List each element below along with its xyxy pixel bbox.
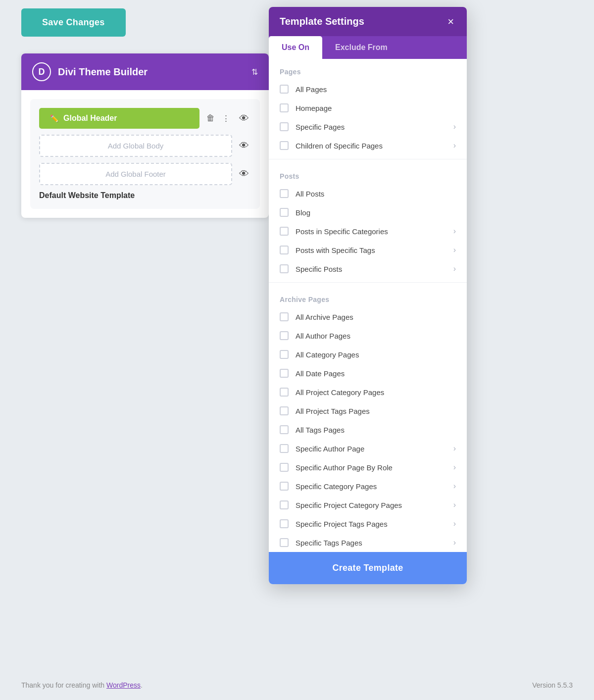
- option-all-category-pages[interactable]: All Category Pages: [269, 345, 467, 364]
- divi-logo: D: [32, 62, 51, 81]
- option-all-tags-pages[interactable]: All Tags Pages: [269, 420, 467, 439]
- option-all-pages[interactable]: All Pages: [269, 80, 467, 99]
- checkbox-all-project-tags-pages[interactable]: [280, 406, 289, 415]
- checkbox-all-date-pages[interactable]: [280, 369, 289, 378]
- save-changes-button[interactable]: Save Changes: [21, 8, 126, 37]
- option-posts-specific-categories[interactable]: Posts in Specific Categories ›: [269, 222, 467, 241]
- option-all-author-pages[interactable]: All Author Pages: [269, 326, 467, 345]
- option-all-posts[interactable]: All Posts: [269, 184, 467, 203]
- checkbox-specific-posts[interactable]: [280, 264, 289, 273]
- checkbox-all-pages[interactable]: [280, 85, 289, 94]
- add-global-body-placeholder: Add Global Body: [39, 135, 232, 157]
- add-global-footer-placeholder: Add Global Footer: [39, 163, 232, 185]
- create-template-button[interactable]: Create Template: [269, 552, 467, 584]
- add-global-footer-row: Add Global Footer 👁: [39, 163, 251, 185]
- chevron-right-icon: ›: [453, 141, 456, 150]
- delete-icon[interactable]: 🗑: [204, 111, 217, 126]
- checkbox-blog[interactable]: [280, 208, 289, 217]
- checkbox-children-specific-pages[interactable]: [280, 141, 289, 150]
- option-all-archive-pages[interactable]: All Archive Pages: [269, 307, 467, 326]
- checkbox-homepage[interactable]: [280, 103, 289, 112]
- option-specific-author-page[interactable]: Specific Author Page ›: [269, 439, 467, 458]
- chevron-right-icon: ›: [453, 463, 456, 472]
- chevron-right-icon: ›: [453, 264, 456, 273]
- visibility-toggle-header[interactable]: 👁: [237, 111, 251, 126]
- global-header-row: ✏️ Global Header 🗑 ⋮ 👁: [39, 108, 251, 129]
- chevron-right-icon: ›: [453, 519, 456, 528]
- theme-builder-panel: D Divi Theme Builder ⇅ ✏️ Global Header …: [21, 53, 269, 218]
- template-name: Default Website Template: [39, 191, 251, 200]
- option-homepage[interactable]: Homepage: [269, 99, 467, 117]
- wordpress-link[interactable]: WordPress: [106, 681, 141, 689]
- checkbox-all-posts[interactable]: [280, 189, 289, 198]
- modal-tabs: Use On Exclude From: [269, 36, 467, 59]
- modal-content[interactable]: Pages All Pages Homepage Specific Pages …: [269, 59, 467, 584]
- more-icon[interactable]: ⋮: [220, 111, 232, 126]
- sort-icon[interactable]: ⇅: [251, 67, 258, 77]
- checkbox-all-tags-pages[interactable]: [280, 425, 289, 434]
- option-specific-project-tags-pages[interactable]: Specific Project Tags Pages ›: [269, 514, 467, 533]
- checkbox-all-project-category-pages[interactable]: [280, 388, 289, 397]
- chevron-right-icon: ›: [453, 227, 456, 236]
- chevron-right-icon: ›: [453, 500, 456, 509]
- checkbox-specific-tags-pages[interactable]: [280, 538, 289, 547]
- visibility-toggle-body[interactable]: 👁: [237, 138, 251, 153]
- divider-pages-posts: [269, 159, 467, 159]
- version-text: Version 5.5.3: [532, 681, 573, 689]
- section-label-archive: Archive Pages: [269, 287, 467, 307]
- template-settings-modal: Template Settings × Use On Exclude From …: [269, 7, 467, 584]
- add-global-body-row: Add Global Body 👁: [39, 135, 251, 157]
- checkbox-all-category-pages[interactable]: [280, 350, 289, 359]
- checkbox-specific-project-tags-pages[interactable]: [280, 519, 289, 528]
- tab-use-on[interactable]: Use On: [269, 36, 322, 59]
- option-all-project-tags-pages[interactable]: All Project Tags Pages: [269, 401, 467, 420]
- option-all-project-category-pages[interactable]: All Project Category Pages: [269, 383, 467, 401]
- footer-text: Thank you for creating with WordPress.: [21, 681, 143, 689]
- option-specific-category-pages[interactable]: Specific Category Pages ›: [269, 477, 467, 496]
- checkbox-specific-author-page-by-role[interactable]: [280, 463, 289, 472]
- template-card: ✏️ Global Header 🗑 ⋮ 👁 Add Global Body 👁…: [30, 99, 260, 209]
- theme-builder-title: Divi Theme Builder: [58, 66, 245, 78]
- theme-builder-header: D Divi Theme Builder ⇅: [21, 53, 269, 90]
- option-specific-pages[interactable]: Specific Pages ›: [269, 117, 467, 136]
- option-posts-specific-tags[interactable]: Posts with Specific Tags ›: [269, 241, 467, 259]
- checkbox-posts-specific-categories[interactable]: [280, 227, 289, 236]
- divider-posts-archive: [269, 282, 467, 283]
- modal-close-button[interactable]: ×: [446, 16, 456, 27]
- section-label-posts: Posts: [269, 163, 467, 184]
- chevron-right-icon: ›: [453, 538, 456, 547]
- chevron-right-icon: ›: [453, 482, 456, 491]
- option-specific-posts[interactable]: Specific Posts ›: [269, 259, 467, 278]
- pencil-icon: ✏️: [50, 114, 58, 122]
- chevron-right-icon: ›: [453, 122, 456, 131]
- modal-title: Template Settings: [280, 16, 364, 27]
- checkbox-specific-category-pages[interactable]: [280, 482, 289, 491]
- global-header-button[interactable]: ✏️ Global Header: [39, 108, 199, 129]
- checkbox-specific-project-category-pages[interactable]: [280, 500, 289, 509]
- checkbox-specific-author-page[interactable]: [280, 444, 289, 453]
- checkbox-posts-specific-tags[interactable]: [280, 246, 289, 254]
- chevron-right-icon: ›: [453, 246, 456, 254]
- checkbox-all-author-pages[interactable]: [280, 331, 289, 340]
- option-blog[interactable]: Blog: [269, 203, 467, 222]
- tab-exclude-from[interactable]: Exclude From: [322, 36, 400, 59]
- visibility-toggle-footer[interactable]: 👁: [237, 166, 251, 182]
- option-specific-tags-pages[interactable]: Specific Tags Pages ›: [269, 533, 467, 552]
- section-label-pages: Pages: [269, 59, 467, 80]
- checkbox-specific-pages[interactable]: [280, 122, 289, 131]
- chevron-right-icon: ›: [453, 444, 456, 453]
- modal-header: Template Settings ×: [269, 7, 467, 36]
- checkbox-all-archive-pages[interactable]: [280, 312, 289, 321]
- option-all-date-pages[interactable]: All Date Pages: [269, 364, 467, 383]
- option-specific-project-category-pages[interactable]: Specific Project Category Pages ›: [269, 496, 467, 514]
- option-children-specific-pages[interactable]: Children of Specific Pages ›: [269, 136, 467, 155]
- option-specific-author-page-by-role[interactable]: Specific Author Page By Role ›: [269, 458, 467, 477]
- header-actions: 🗑 ⋮: [204, 111, 232, 126]
